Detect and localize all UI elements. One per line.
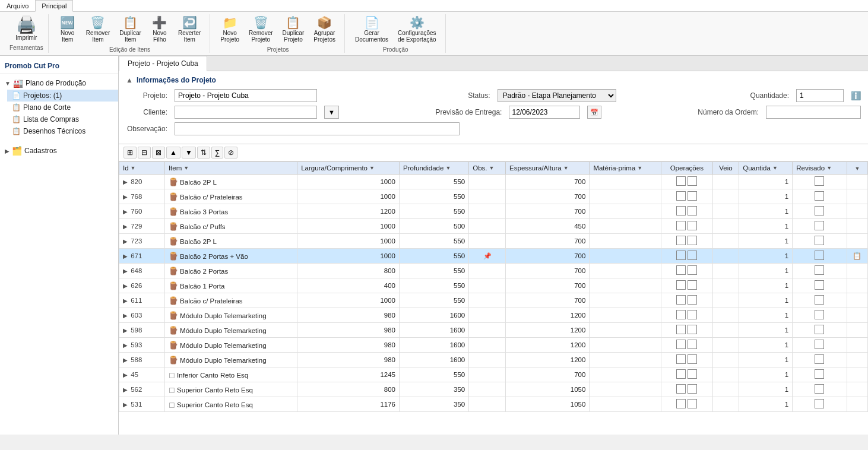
checkbox-op1[interactable] — [676, 176, 686, 186]
filter-quantidade[interactable]: ▼ — [772, 165, 778, 171]
checkbox-revisado[interactable] — [815, 176, 824, 186]
table-row[interactable]: ▶ 723 🪵 Balcão 2P L 1000 550 700 1 — [119, 234, 868, 249]
filter-id[interactable]: ▼ — [131, 165, 136, 171]
content-tab-projeto[interactable]: Projeto - Projeto Cuba — [119, 56, 207, 71]
table-row[interactable]: ▶ 820 🪵 Balcão 2P L 1000 550 700 1 — [119, 175, 868, 189]
filter-largura[interactable]: ▼ — [369, 165, 375, 171]
checkbox-op2[interactable] — [688, 354, 697, 364]
toolbar-btn-filter[interactable]: ⊘ — [224, 147, 237, 159]
checkbox-op1[interactable] — [676, 206, 686, 216]
toolbar-btn-sum[interactable]: ∑ — [211, 147, 224, 159]
checkbox-op2[interactable] — [688, 369, 697, 379]
checkbox-revisado[interactable] — [815, 384, 824, 394]
checkbox-op2[interactable] — [688, 221, 697, 230]
filter-revisado[interactable]: ▼ — [826, 165, 832, 171]
toolbar-btn-grid2[interactable]: ⊟ — [138, 147, 151, 159]
collapse-btn[interactable]: ▲ — [126, 76, 133, 84]
row-expand-btn[interactable]: ▶ — [123, 223, 128, 230]
row-expand-btn[interactable]: ▶ — [123, 253, 128, 259]
input-quantidade[interactable] — [796, 89, 844, 102]
toolbar-btn-down[interactable]: ▼ — [182, 147, 196, 159]
table-row[interactable]: ▶ 611 🪵 Balcão c/ Prateleiras 1000 550 7… — [119, 293, 868, 308]
btn-novo-filho[interactable]: ➕ NovoFilho — [147, 14, 173, 45]
tab-arquivo[interactable]: Arquivo — [0, 0, 35, 11]
checkbox-op1[interactable] — [676, 310, 686, 319]
checkbox-op1[interactable] — [676, 325, 686, 334]
table-row[interactable]: ▶ 531 ◻ Superior Canto Reto Esq 1176 350… — [119, 397, 868, 412]
row-expand-btn[interactable]: ▶ — [123, 401, 128, 408]
sidebar-item-projetos[interactable]: 📄 Projetos: (1) — [7, 90, 118, 102]
calendar-btn[interactable]: 📅 — [587, 106, 601, 119]
input-ordem[interactable] — [766, 106, 861, 119]
checkbox-op2[interactable] — [688, 340, 697, 349]
checkbox-revisado[interactable] — [815, 191, 824, 201]
table-row[interactable]: ▶ 45 ◻ Inferior Canto Reto Esq 1245 550 … — [119, 367, 868, 382]
checkbox-op2[interactable] — [688, 251, 697, 260]
row-expand-btn[interactable]: ▶ — [123, 327, 128, 334]
checkbox-revisado[interactable] — [815, 340, 824, 349]
checkbox-op1[interactable] — [676, 340, 686, 349]
row-expand-btn[interactable]: ▶ — [123, 357, 128, 363]
row-expand-btn[interactable]: ▶ — [123, 283, 128, 289]
checkbox-revisado[interactable] — [815, 354, 824, 364]
table-row[interactable]: ▶ 648 🪵 Balcão 2 Portas 800 550 700 1 — [119, 264, 868, 278]
dropdown-btn-cliente[interactable]: ▼ — [324, 106, 339, 119]
table-row[interactable]: ▶ 671 🪵 Balcão 2 Portas + Vão 1000 550 📌… — [119, 249, 868, 264]
filter-profundidade[interactable]: ▼ — [445, 165, 451, 171]
checkbox-op2[interactable] — [688, 384, 697, 394]
checkbox-revisado[interactable] — [815, 251, 824, 260]
checkbox-op1[interactable] — [676, 251, 686, 260]
row-expand-btn[interactable]: ▶ — [123, 372, 128, 378]
toolbar-btn-grid[interactable]: ⊞ — [123, 147, 137, 159]
input-previsao[interactable] — [509, 106, 580, 119]
toolbar-btn-up[interactable]: ▲ — [166, 147, 180, 159]
sidebar-item-lista-compras[interactable]: 📋 Lista de Compras — [7, 113, 118, 125]
checkbox-revisado[interactable] — [815, 265, 824, 275]
sidebar-item-plano-producao[interactable]: ▼ 🏭 Plano de Produção — [0, 77, 118, 90]
btn-remover-item[interactable]: 🗑️ RemoverItem — [82, 14, 115, 45]
sidebar-item-plano-corte[interactable]: 📋 Plano de Corte — [7, 102, 118, 113]
checkbox-op1[interactable] — [676, 369, 686, 379]
row-expand-btn[interactable]: ▶ — [123, 312, 128, 319]
checkbox-op2[interactable] — [688, 295, 697, 305]
checkbox-op2[interactable] — [688, 191, 697, 201]
checkbox-op1[interactable] — [676, 221, 686, 230]
checkbox-op2[interactable] — [688, 280, 697, 290]
btn-novo-projeto[interactable]: 📁 NovoProjeto — [216, 14, 243, 45]
btn-remover-projeto[interactable]: 🗑️ RemoverProjeto — [245, 14, 277, 45]
filter-item[interactable]: ▼ — [183, 165, 189, 171]
table-row[interactable]: ▶ 562 ◻ Superior Canto Reto Esq 800 350 … — [119, 382, 868, 397]
table-row[interactable]: ▶ 598 🪵 Módulo Duplo Telemarketing 980 1… — [119, 323, 868, 338]
row-expand-btn[interactable]: ▶ — [123, 208, 128, 215]
table-row[interactable]: ▶ 588 🪵 Módulo Duplo Telemarketing 980 1… — [119, 353, 868, 367]
checkbox-revisado[interactable] — [815, 280, 824, 290]
checkbox-op2[interactable] — [688, 236, 697, 245]
checkbox-op1[interactable] — [676, 354, 686, 364]
table-row[interactable]: ▶ 729 🪵 Balcão c/ Puffs 1000 500 450 1 — [119, 219, 868, 234]
row-expand-btn[interactable]: ▶ — [123, 297, 128, 304]
row-expand-btn[interactable]: ▶ — [123, 179, 128, 185]
checkbox-op2[interactable] — [688, 310, 697, 319]
btn-duplicar-item[interactable]: 📋 DuplicarItem — [115, 14, 145, 45]
checkbox-op2[interactable] — [688, 176, 697, 186]
checkbox-op1[interactable] — [676, 280, 686, 290]
checkbox-revisado[interactable] — [815, 206, 824, 216]
btn-reverter-item[interactable]: ↩️ ReverterItem — [174, 14, 205, 45]
info-icon[interactable]: ℹ️ — [851, 91, 861, 100]
row-expand-btn[interactable]: ▶ — [123, 342, 128, 348]
table-row[interactable]: ▶ 768 🪵 Balcão c/ Prateleiras 1000 550 7… — [119, 189, 868, 204]
toolbar-btn-grid3[interactable]: ⊠ — [152, 147, 165, 159]
checkbox-revisado[interactable] — [815, 399, 824, 408]
table-row[interactable]: ▶ 603 🪵 Módulo Duplo Telemarketing 980 1… — [119, 308, 868, 323]
checkbox-op1[interactable] — [676, 399, 686, 408]
checkbox-revisado[interactable] — [815, 325, 824, 334]
checkbox-op1[interactable] — [676, 295, 686, 305]
table-row[interactable]: ▶ 593 🪵 Módulo Duplo Telemarketing 980 1… — [119, 338, 868, 353]
checkbox-op1[interactable] — [676, 191, 686, 201]
row-expand-btn[interactable]: ▶ — [123, 386, 128, 393]
filter-espessura[interactable]: ▼ — [563, 165, 569, 171]
checkbox-op1[interactable] — [676, 384, 686, 394]
checkbox-op1[interactable] — [676, 265, 686, 275]
checkbox-revisado[interactable] — [815, 221, 824, 230]
toolbar-btn-sort[interactable]: ⇅ — [197, 147, 210, 159]
